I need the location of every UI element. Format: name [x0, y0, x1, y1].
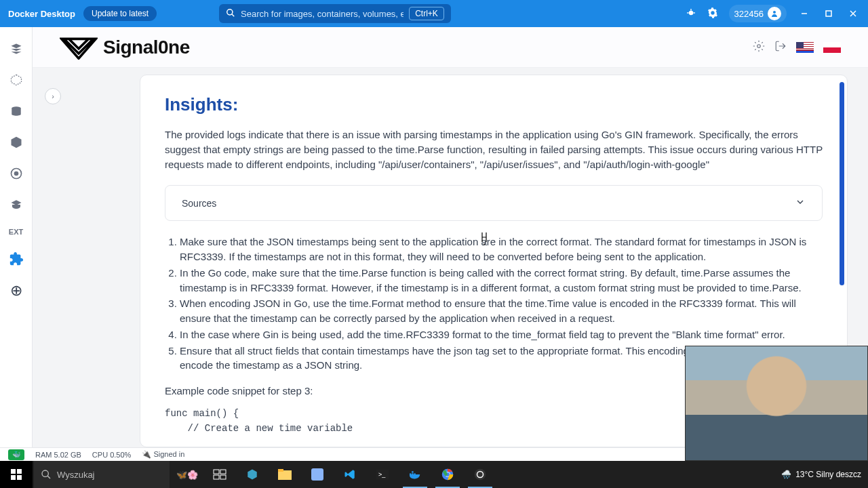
ext-settings-icon[interactable] [753, 40, 765, 55]
ext-label: EXT [9, 228, 23, 236]
user-id: 322456 [734, 9, 764, 19]
signed-in-status: 🔌 Signed in [142, 450, 184, 459]
builds-icon[interactable] [8, 134, 24, 150]
search-input[interactable] [241, 9, 403, 19]
left-nav: EXT ⊕ [0, 27, 33, 447]
svg-point-2 [688, 10, 693, 15]
brand-name: Signal0ne [103, 37, 190, 58]
chrome-icon[interactable] [431, 461, 464, 488]
taskbar-search[interactable]: Wyszukaj [34, 461, 170, 488]
taskbar-search-placeholder: Wyszukaj [57, 470, 95, 480]
svg-point-14 [14, 172, 18, 176]
search-icon [41, 469, 52, 480]
flag-us-icon[interactable] [796, 42, 814, 53]
brand-logo-icon [60, 35, 98, 60]
file-explorer-icon[interactable] [269, 461, 301, 488]
terminal-icon[interactable]: >_ [366, 461, 399, 488]
step-item: In the Go code, make sure that the time.… [180, 266, 823, 296]
svg-rect-23 [220, 470, 226, 474]
extension-puzzle-icon[interactable] [8, 251, 24, 267]
dev-env-icon[interactable] [8, 165, 24, 182]
svg-text:>_: >_ [378, 471, 386, 478]
top-right-controls: 322456 [686, 5, 860, 22]
shortcut-badge: Ctrl+K [409, 7, 444, 20]
obs-icon[interactable] [464, 461, 496, 488]
step-item: When encoding JSON in Go, use the time.F… [180, 296, 823, 326]
flag-pl-icon[interactable] [823, 42, 841, 53]
global-search[interactable]: Ctrl+K [219, 4, 451, 23]
add-extension-button[interactable]: ⊕ [10, 282, 22, 300]
svg-rect-26 [278, 470, 292, 480]
avatar-icon [768, 7, 781, 20]
task-view-icon[interactable] [203, 461, 236, 488]
svg-point-20 [42, 470, 48, 476]
docker-title-bar: Docker Desktop Update to latest Ctrl+K 3… [0, 0, 868, 27]
svg-line-1 [232, 14, 235, 16]
insights-summary: The provided logs indicate that there is… [165, 127, 823, 171]
svg-rect-8 [826, 11, 831, 16]
weather-text: 13°C Silny deszcz [795, 470, 861, 479]
step-item: Make sure that the JSON timestamps being… [180, 235, 823, 264]
svg-point-15 [757, 44, 761, 47]
taskbar-app-2[interactable] [301, 461, 334, 488]
insights-title: Insights: [165, 94, 823, 115]
vscode-icon[interactable] [334, 461, 366, 488]
svg-marker-11 [11, 75, 21, 85]
weather-icon: 🌧️ [781, 470, 791, 479]
brand-logo: Signal0ne [60, 35, 190, 60]
windows-taskbar: Wyszukaj 🦋🌸 >_ 🌧️ 13°C Silny deszcz [0, 461, 868, 488]
volumes-icon[interactable] [8, 103, 24, 119]
taskbar-plants-icon[interactable]: 🦋🌸 [171, 461, 203, 488]
taskbar-app-1[interactable] [236, 461, 269, 488]
cpu-status: CPU 0.50% [92, 451, 131, 459]
docker-taskbar-icon[interactable] [399, 461, 431, 488]
app-name: Docker Desktop [8, 9, 75, 19]
weather-widget[interactable]: 🌧️ 13°C Silny deszcz [774, 470, 868, 479]
accordion-label: Sources [182, 198, 216, 209]
svg-rect-28 [311, 468, 323, 481]
extension-header: Signal0ne [33, 27, 868, 68]
search-icon [226, 8, 235, 20]
svg-line-21 [47, 476, 50, 479]
containers-icon[interactable] [8, 41, 24, 57]
scrollbar[interactable] [840, 82, 844, 285]
logout-icon[interactable] [774, 40, 787, 55]
svg-rect-19 [17, 475, 22, 480]
docker-whale-icon[interactable]: 🐳 [8, 449, 24, 460]
svg-rect-18 [11, 475, 16, 480]
expand-sidebar-button[interactable]: › [45, 88, 61, 104]
ram-status: RAM 5.02 GB [35, 451, 81, 459]
bug-icon[interactable] [686, 7, 696, 20]
svg-rect-34 [412, 471, 413, 472]
svg-rect-22 [214, 470, 219, 474]
svg-rect-17 [17, 469, 22, 474]
chevron-down-icon [795, 197, 806, 209]
images-icon[interactable] [8, 72, 24, 88]
minimize-button[interactable] [797, 7, 811, 20]
svg-rect-25 [220, 475, 226, 479]
svg-point-38 [475, 469, 486, 481]
svg-point-0 [227, 9, 233, 14]
user-chip[interactable]: 322456 [729, 5, 787, 22]
start-button[interactable] [0, 461, 33, 488]
maximize-button[interactable] [822, 7, 835, 20]
sources-accordion[interactable]: Sources [165, 185, 823, 221]
svg-rect-27 [278, 469, 283, 472]
close-button[interactable] [846, 7, 860, 20]
svg-rect-24 [214, 475, 219, 479]
svg-rect-16 [11, 469, 16, 474]
learning-icon[interactable] [8, 197, 24, 213]
update-button[interactable]: Update to latest [83, 6, 157, 21]
svg-point-6 [773, 11, 776, 14]
webcam-overlay [685, 346, 868, 461]
settings-icon[interactable] [707, 7, 718, 20]
step-item: In the case where Gin is being used, add… [180, 327, 823, 342]
